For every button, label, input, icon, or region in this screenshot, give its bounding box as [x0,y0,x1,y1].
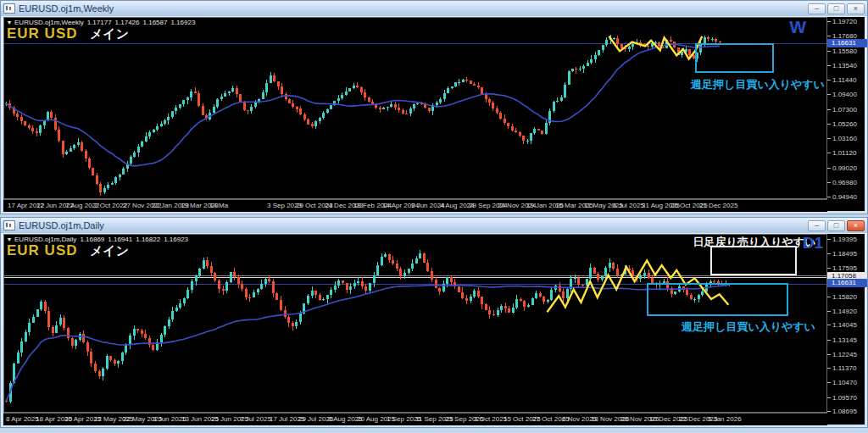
watermark-tag: メイン [90,243,129,258]
candle-body [662,47,665,48]
quote-line: ▾EURUSD.oj1m,Weekly1.171771.174261.16587… [8,19,198,26]
zigzag-line [548,260,729,312]
candle-body [485,304,487,310]
candle-body [133,153,136,157]
candle-body [587,63,589,65]
quote-low: 1.16587 [143,19,168,26]
candle-body [107,185,109,188]
candle-body [164,326,166,335]
candle-body [270,75,272,83]
candle-body [280,300,282,310]
chart-plot[interactable]: 週足押し目買い入りやすいW [3,17,827,199]
restore-button[interactable]: □ [827,3,845,14]
candle-body [364,92,366,97]
candle-body [179,303,181,308]
candle-body [353,86,355,88]
candle-body [250,107,253,111]
candle-body [598,50,600,55]
candle-body [579,69,581,69]
date-axis[interactable]: 17 Apr 202212 Jun 20227 Aug 20222 Oct 20… [3,199,827,212]
candle-body [364,286,367,291]
chart-area-daily[interactable]: 日足戻り売り入りやすい週足押し目買い入りやすいD11.193951.184951… [3,234,865,425]
price-axis[interactable]: 1.193951.184951.175951.158201.149201.140… [827,234,865,413]
watermark-tag: メイン [90,26,129,41]
candle-body [451,86,453,88]
chart-plot[interactable]: 日足戻り売り入りやすい週足押し目買い入りやすいD1 [3,234,827,413]
titlebar[interactable]: EURUSD.oj1m,Weekly – □ × [1,1,867,16]
candle-body [168,319,170,325]
candle-body [137,147,140,153]
candle-body [28,323,31,333]
candle-body [220,97,223,100]
price-tick: 1.05260 [827,120,857,128]
candle-body [292,323,294,326]
candle-body [688,49,691,56]
candle-body [594,55,597,59]
candle-body [346,283,348,289]
candle-body [299,314,302,322]
candle-body [481,87,483,93]
candle-body [92,168,94,175]
minimize-button[interactable]: – [808,3,826,14]
candle-body [55,325,58,333]
candle-body [535,293,537,299]
restore-button[interactable]: □ [827,220,845,231]
candle-body [28,125,31,128]
period-badge: W [789,18,806,36]
candle-body [194,92,197,93]
chart-area-weekly[interactable]: 週足押し目買い入りやすいW1.197201.176801.155801.1354… [3,17,865,211]
price-tick: 1.19720 [827,18,857,25]
candle-body [670,40,672,42]
candle-body [228,92,231,93]
close-button[interactable]: × [847,220,865,231]
candle-body [314,291,317,295]
candle-body [507,123,509,126]
candle-body [96,175,98,184]
candle-body [206,260,209,266]
candle-body [612,263,615,269]
candle-body [136,329,139,330]
candle-body [198,269,201,275]
candle-body [508,308,510,313]
candle-body [322,299,325,301]
annotation-text: 週足押し目買い入りやすい [682,319,815,335]
candle-body [381,257,383,265]
candle-body [416,103,419,105]
candle-body [530,133,532,141]
candle-body [39,125,42,133]
symbol-dropdown-icon[interactable]: ▾ [8,236,11,243]
candle-body [213,107,215,113]
price-tick: 1.18495 [827,250,857,258]
candle-body [499,113,502,118]
price-tick: 1.09400 [827,91,857,98]
minimize-button[interactable]: – [808,220,826,231]
price-tick: 0.99020 [827,164,857,172]
candle-body [198,93,200,105]
candle-body [368,97,370,102]
candle-body [405,114,408,114]
candle-body [272,281,275,292]
symbol-dropdown-icon[interactable]: ▾ [8,19,11,26]
candle-body [119,175,121,178]
price-axis[interactable]: 1.197201.176801.155801.135401.114401.094… [827,17,865,199]
candle-body [86,342,89,352]
date-axis[interactable]: 8 Apr 202518 Apr 202530 Apr 202512 May 2… [3,413,827,425]
date-tick: 3 Oct 2025 [474,415,507,423]
candle-body [292,103,294,107]
date-tick: 7 Jul 2025 [240,415,271,423]
candle-body [77,142,80,145]
candle-body [465,298,468,301]
candle-body [36,131,38,133]
candle-body [408,269,410,273]
candle-body [171,111,174,116]
candle-body [236,88,238,94]
quote-open: 1.16869 [80,236,104,243]
candle-body [477,86,480,87]
close-button[interactable]: × [847,3,865,14]
price-tick: 1.01120 [827,149,856,157]
titlebar[interactable]: EURUSD.oj1m,Daily – □ × [1,218,867,233]
candle-body [145,136,147,142]
candle-body [547,300,549,303]
candle-body [511,126,514,131]
candle-body [262,92,264,99]
